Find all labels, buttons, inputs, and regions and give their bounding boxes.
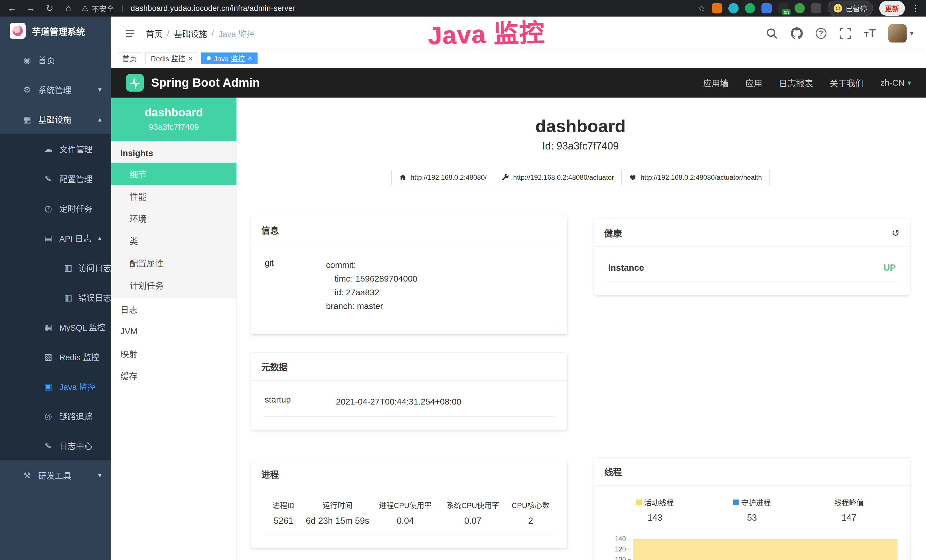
sba-menu-config-props[interactable]: 配置属性: [111, 251, 236, 274]
sidebar-item-dev-tools[interactable]: ⚒ 研发工具 ▾: [0, 460, 111, 490]
tab-home[interactable]: 首页: [117, 53, 142, 64]
breadcrumb-infrastructure[interactable]: 基础设施: [174, 27, 207, 39]
breadcrumb: 首页 / 基础设施 / Java 监控: [146, 27, 255, 39]
paused-badge[interactable]: ☺ 已暂停: [828, 1, 873, 16]
sidebar-item-link-tracing[interactable]: ◎ 链路追踪: [0, 401, 111, 431]
tab-label: Java 监控: [213, 53, 245, 64]
breadcrumb-home[interactable]: 首页: [146, 27, 163, 39]
hamburger-icon[interactable]: [124, 27, 136, 40]
help-icon[interactable]: ?: [816, 28, 826, 39]
back-icon[interactable]: ←: [6, 3, 18, 14]
fullscreen-icon[interactable]: [839, 27, 852, 40]
on-badge: on: [782, 9, 791, 15]
sba-nav-applications[interactable]: 应用: [745, 76, 762, 89]
update-button[interactable]: 更新: [879, 1, 905, 16]
check-extension-icon[interactable]: [745, 3, 755, 14]
service-url-link[interactable]: http://192.168.0.2:48080/: [391, 170, 494, 185]
drop-extension-icon[interactable]: [728, 3, 738, 14]
grid-extension-icon[interactable]: [761, 3, 772, 14]
sba-menu-classes[interactable]: 类: [111, 229, 236, 251]
sidebar-item-infrastructure[interactable]: ▦ 基础设施 ▴: [0, 104, 111, 134]
chevron-up-icon: ▴: [98, 115, 101, 123]
bookmark-star-icon[interactable]: ☆: [698, 3, 705, 14]
sidebar-item-scheduled-tasks[interactable]: ◷ 定时任务: [0, 194, 111, 223]
cell-value: 0.04: [374, 516, 437, 526]
card-title: 线程: [604, 465, 622, 478]
legend-peak-threads: 线程峰值 147: [800, 497, 897, 523]
sidebar-item-config-management[interactable]: ✎ 配置管理: [0, 164, 111, 194]
health-label: Instance: [608, 263, 644, 273]
leaf-extension-icon[interactable]: [794, 3, 805, 14]
search-icon[interactable]: [766, 27, 778, 40]
reload-icon[interactable]: ↻: [44, 3, 55, 14]
column-header: 进程ID: [266, 499, 301, 510]
sidebar-item-access-logs[interactable]: ▥ 访问日志: [0, 253, 111, 282]
heart-icon: [629, 174, 637, 181]
sidebar-item-file-management[interactable]: ☁ 文件管理: [0, 134, 111, 164]
sba-menu-metrics[interactable]: 性能: [111, 185, 236, 207]
tab-redis-monitor[interactable]: Redis 监控 ×: [145, 53, 198, 64]
sba-nav: 应用墙 应用 日志报表 关于我们 zh-CN ▾: [703, 76, 911, 89]
sba-menu-environment[interactable]: 环境: [111, 207, 236, 229]
actuator-url-link[interactable]: http://192.168.0.2:48080/actuator: [494, 170, 622, 185]
sidebar-item-redis-monitor[interactable]: ▧ Redis 监控: [0, 342, 111, 371]
avatar: [888, 24, 906, 42]
browser-menu-icon[interactable]: ⋮: [911, 3, 920, 14]
sba-nav-wallboard[interactable]: 应用墙: [703, 76, 729, 89]
font-size-icon[interactable]: T T: [864, 27, 876, 39]
chevron-down-icon: ▾: [98, 86, 101, 94]
metadata-value: 2021-04-27T00:44:31.254+08:00: [336, 395, 461, 409]
history-icon[interactable]: ↺: [892, 227, 900, 239]
info-card: 信息 git commit: time: 1596289704000: [251, 216, 567, 334]
sidebar-item-error-logs[interactable]: ▥ 错误日志: [0, 282, 111, 312]
health-url-link[interactable]: http://192.168.0.2:48080/actuator/health: [622, 170, 770, 185]
sba-sidebar: dashboard 93a3fc7f7409 Insights 细节 性能 环境…: [111, 98, 237, 560]
startup-row: startup 2021-04-27T00:44:31.254+08:00: [263, 392, 555, 417]
tab-active-dot: [207, 56, 211, 60]
sba-insights-group: Insights 细节 性能 环境 类 配置属性 计划任务: [111, 141, 236, 298]
gear-icon: ⚙: [22, 85, 33, 95]
sidebar-item-system-management[interactable]: ⚙ 系统管理 ▾: [0, 75, 111, 104]
app-frame: 芋道管理系统 ◉ 首页 ⚙ 系统管理 ▾ ▦ 基础设施 ▴ ☁ 文件管理: [0, 17, 926, 560]
sidebar-item-label: Redis 监控: [59, 351, 99, 363]
fox-extension-icon[interactable]: [712, 3, 722, 14]
cell-value: 6d 23h 15m 59s: [306, 516, 369, 526]
legend-label: 活动线程: [644, 497, 674, 507]
address-bar[interactable]: dashboard.yudao.iocoder.cn/infra/admin-s…: [131, 4, 690, 13]
sidebar-item-label: 研发工具: [38, 469, 71, 481]
tab-java-monitor[interactable]: Java 监控 ×: [201, 53, 257, 64]
home-icon[interactable]: ⌂: [63, 3, 74, 14]
sba-content: dashboard Id: 93a3fc7f7409 http://192.16…: [237, 98, 926, 560]
column-header: 运行时间: [306, 499, 369, 510]
sba-menu-scheduled-tasks[interactable]: 计划任务: [111, 274, 236, 296]
security-chip[interactable]: ⚠ 不安全: [82, 3, 114, 14]
sidebar-item-mysql-monitor[interactable]: ▦ MySQL 监控: [0, 312, 111, 342]
puzzle-extension-icon[interactable]: [811, 3, 822, 14]
switch-extension-icon[interactable]: on: [778, 3, 788, 14]
sidebar-item-java-monitor[interactable]: ▣ Java 监控: [0, 371, 111, 401]
sba-menu-jvm[interactable]: JVM: [111, 320, 236, 342]
chart-y-axis: 140 120 100: [607, 534, 631, 560]
user-menu[interactable]: ▾: [888, 24, 914, 42]
sidebar-item-api-logs[interactable]: ▤ API 日志 ▴: [0, 223, 111, 253]
locale-select[interactable]: zh-CN ▾: [881, 78, 911, 88]
sba-logo-icon: [126, 74, 144, 92]
sidebar-item-log-center[interactable]: ✎ 日志中心: [0, 431, 111, 460]
sidebar-item-label: 日志中心: [59, 440, 92, 452]
sba-nav-about[interactable]: 关于我们: [830, 76, 864, 89]
forward-icon[interactable]: →: [25, 3, 36, 14]
github-icon[interactable]: [791, 27, 803, 40]
process-card: 进程 进程ID 5261: [251, 460, 567, 548]
y-tick: 140: [607, 534, 631, 544]
sidebar-item-home[interactable]: ◉ 首页: [0, 45, 111, 75]
close-icon[interactable]: ×: [248, 54, 252, 62]
sba-menu-logs[interactable]: 日志: [111, 298, 236, 320]
sidebar-item-label: 错误日志: [78, 291, 111, 303]
breadcrumb-current: Java 监控: [218, 27, 255, 39]
sba-body: dashboard 93a3fc7f7409 Insights 细节 性能 环境…: [111, 98, 926, 560]
sba-menu-mappings[interactable]: 映射: [111, 342, 236, 365]
sba-menu-caches[interactable]: 缓存: [111, 365, 236, 387]
sba-menu-details[interactable]: 细节: [111, 163, 236, 185]
close-icon[interactable]: ×: [188, 54, 192, 62]
sba-nav-journal[interactable]: 日志报表: [779, 76, 813, 89]
